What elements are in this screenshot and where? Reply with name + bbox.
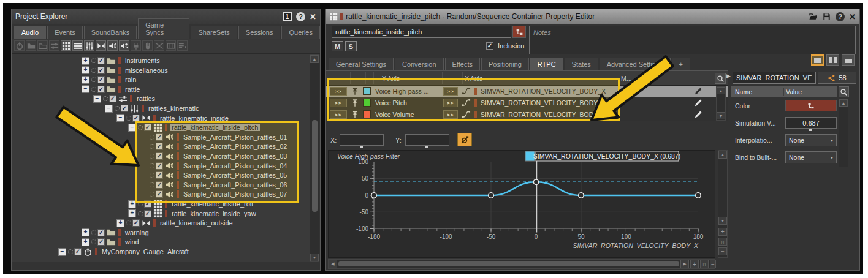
- tab-general-settings[interactable]: General Settings: [329, 58, 394, 70]
- edit-pencil-icon[interactable]: [694, 110, 703, 119]
- tab-conversion[interactable]: Conversion: [395, 58, 444, 70]
- tree-item[interactable]: ✓Sample_Aircraft_Piston_rattles_01: [12, 132, 310, 142]
- rtpc-scrollbar[interactable]: ▲ ▼: [716, 86, 726, 121]
- toolbar-switch-container-button[interactable]: [96, 40, 106, 51]
- toolbar-music-segment-button[interactable]: [166, 40, 176, 51]
- rtpc-parameter-selector[interactable]: SIMVAR_ROTATION_VE: [733, 72, 816, 84]
- tree-scrollbar[interactable]: ▲ ▼: [310, 54, 319, 262]
- tab-sessions[interactable]: Sessions: [238, 26, 281, 39]
- tree-item[interactable]: +✓warning: [12, 228, 310, 238]
- toolbar-work-unit-button[interactable]: [14, 40, 25, 51]
- collapse-minus-icon[interactable]: −: [105, 105, 113, 113]
- tree-item-checkbox[interactable]: ✓: [156, 181, 163, 189]
- open-folder-icon[interactable]: [809, 12, 818, 21]
- expand-x-button[interactable]: >>: [443, 99, 458, 107]
- edit-pencil-icon[interactable]: [694, 86, 703, 96]
- references-button[interactable]: 58: [818, 72, 856, 84]
- solo-button[interactable]: S: [345, 41, 357, 51]
- scroll-down-icon[interactable]: ▼: [717, 112, 725, 119]
- curve-type-icon[interactable]: [462, 98, 471, 107]
- tree-item-checkbox[interactable]: ✓: [109, 95, 116, 102]
- tab-positioning[interactable]: Positioning: [481, 58, 529, 70]
- toolbar-sound-sfx-button[interactable]: [107, 40, 118, 51]
- tree-item[interactable]: −✓rattle_kinematic_inside_pitch: [12, 122, 310, 132]
- tab-sharesets[interactable]: ShareSets: [191, 26, 237, 39]
- tree-item[interactable]: +✓rattle_kinematic_outside: [12, 218, 310, 228]
- tab-game-syncs[interactable]: Game Syncs: [138, 18, 189, 39]
- layout-split-vertical-button[interactable]: [826, 54, 839, 66]
- tab--[interactable]: +: [672, 58, 690, 70]
- edit-pencil-icon[interactable]: [694, 98, 703, 107]
- search-icon[interactable]: [715, 73, 726, 84]
- close-icon[interactable]: ✕: [849, 12, 856, 21]
- panel-collapse-handle-icon[interactable]: ▶: [726, 73, 731, 79]
- y-coord-input[interactable]: -: [405, 134, 449, 146]
- toolbar-plugin-button[interactable]: [131, 40, 141, 51]
- tree-item[interactable]: ✓Sample_Aircraft_Piston_rattles_03: [12, 151, 310, 161]
- x-coord-input[interactable]: -: [340, 134, 384, 146]
- expand-x-button[interactable]: >>: [443, 110, 458, 119]
- zoom-out-icon[interactable]: −: [710, 260, 716, 268]
- zoom-fit-icon[interactable]: |:|: [718, 238, 727, 246]
- scroll-right-icon[interactable]: ▶: [680, 260, 689, 268]
- mute-button[interactable]: M: [332, 41, 343, 51]
- help-icon[interactable]: ?: [836, 12, 845, 21]
- toolbar-blend-container-button[interactable]: [84, 40, 94, 51]
- property-dropdown[interactable]: None▾: [785, 134, 837, 146]
- tree-item-checkbox[interactable]: ✓: [132, 219, 140, 227]
- object-color-button[interactable]: [512, 26, 526, 38]
- notes-input[interactable]: [530, 26, 855, 39]
- scroll-up-icon[interactable]: ▲: [717, 87, 725, 94]
- rtpc-row[interactable]: >>Voice Pitch>>SIMVAR_ROTATION_VELOCITY_…: [326, 97, 728, 108]
- save-icon[interactable]: [822, 12, 831, 21]
- expand-plus-icon[interactable]: +: [82, 66, 89, 74]
- layout-split-horizontal-button[interactable]: [842, 54, 855, 66]
- toolbar-sound-voice-button[interactable]: [119, 40, 129, 51]
- toolbar-crossfade-button[interactable]: [154, 40, 164, 51]
- tree-item-checkbox[interactable]: ✓: [74, 248, 82, 255]
- tree-item[interactable]: ✓Sample_Aircraft_Piston_rattles_04: [12, 161, 310, 171]
- tree-item-checkbox[interactable]: ✓: [156, 171, 163, 179]
- scroll-up-icon[interactable]: ▲: [718, 151, 727, 159]
- snap-toggle-button[interactable]: [457, 133, 472, 146]
- pin-icon[interactable]: [351, 99, 359, 107]
- tree-item[interactable]: ✓Sample_Aircraft_Piston_rattles_05: [12, 170, 310, 180]
- toolbar-sequence-container-button[interactable]: [72, 40, 83, 51]
- tree-item-checkbox[interactable]: ✓: [144, 124, 151, 131]
- expand-plus-icon[interactable]: +: [128, 209, 136, 217]
- curve-color-swatch[interactable]: [363, 110, 371, 118]
- expand-row-button[interactable]: >>: [330, 110, 347, 119]
- expand-plus-icon[interactable]: +: [82, 76, 89, 84]
- layout-preset-icon[interactable]: 1: [283, 12, 292, 21]
- expand-row-button[interactable]: >>: [330, 99, 347, 107]
- tree-item[interactable]: +✓wind: [12, 237, 310, 247]
- tree-item-checkbox[interactable]: ✓: [132, 115, 140, 122]
- tab-rtpc[interactable]: RTPC: [530, 58, 563, 70]
- close-icon[interactable]: ✕: [310, 12, 316, 21]
- tree-item[interactable]: −✓rattles_kinematic: [12, 103, 310, 113]
- tree-item[interactable]: +✓rain: [12, 75, 310, 85]
- pin-icon[interactable]: [351, 87, 359, 96]
- inclusion-checkbox[interactable]: ✓: [486, 42, 493, 50]
- tree-item-checkbox[interactable]: ✓: [97, 57, 105, 64]
- tree-item-checkbox[interactable]: ✓: [156, 152, 163, 160]
- tree-item-checkbox[interactable]: ✓: [121, 105, 128, 112]
- tree-item[interactable]: +✓miscellaneous: [12, 66, 310, 75]
- tree-item-checkbox[interactable]: ✓: [97, 76, 105, 83]
- zoom-fit-icon[interactable]: |:|: [700, 260, 709, 268]
- tab-effects[interactable]: Effects: [445, 58, 480, 70]
- tree-item-checkbox[interactable]: ✓: [97, 238, 105, 246]
- toolbar-music-playlist-button[interactable]: [177, 40, 188, 51]
- expand-plus-icon[interactable]: +: [82, 57, 89, 65]
- rtpc-row[interactable]: >>Voice High-pass ...>>SIMVAR_ROTATION_V…: [326, 86, 728, 97]
- scroll-left-icon[interactable]: ◀: [329, 260, 337, 268]
- toolbar-virtual-folder-button[interactable]: [37, 40, 48, 51]
- collapse-minus-icon[interactable]: −: [82, 85, 89, 93]
- collapse-minus-icon[interactable]: −: [116, 114, 124, 122]
- collapse-minus-icon[interactable]: −: [93, 95, 101, 103]
- tree-item[interactable]: ✓Sample_Aircraft_Piston_rattles_06: [12, 180, 310, 190]
- tab-soundbanks[interactable]: SoundBanks: [84, 26, 137, 39]
- expand-plus-icon[interactable]: +: [82, 238, 89, 246]
- tree-item-checkbox[interactable]: ✓: [97, 229, 105, 236]
- tab-states[interactable]: States: [565, 58, 598, 70]
